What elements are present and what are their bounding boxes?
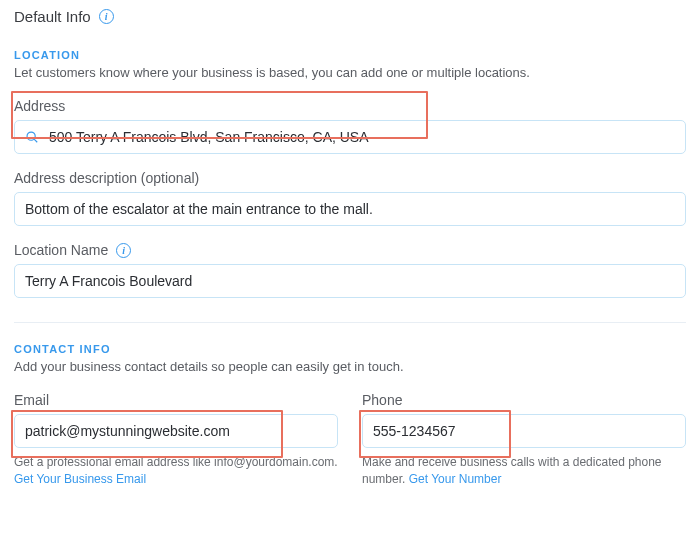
address-input[interactable] <box>49 129 675 145</box>
email-input[interactable] <box>25 423 327 439</box>
email-help-pre: Get a professional email address like in… <box>14 455 338 469</box>
contact-heading: CONTACT INFO <box>14 343 686 355</box>
phone-help-pre: Make and receive business calls with a d… <box>362 455 662 486</box>
info-icon[interactable]: i <box>116 243 131 258</box>
contact-subtext: Add your business contact details so peo… <box>14 359 686 374</box>
default-info-label: Default Info <box>14 8 91 25</box>
info-icon[interactable]: i <box>99 9 114 24</box>
svg-point-0 <box>27 132 35 140</box>
location-name-field: Location Name i <box>14 242 686 298</box>
default-info-header: Default Info i <box>14 8 686 25</box>
address-description-input[interactable] <box>25 201 675 217</box>
email-input-wrap[interactable] <box>14 414 338 448</box>
location-section: LOCATION Let customers know where your b… <box>14 49 686 298</box>
phone-input-wrap[interactable] <box>362 414 686 448</box>
email-field: Email Get a professional email address l… <box>14 392 338 488</box>
svg-line-1 <box>34 139 37 142</box>
phone-help-text: Make and receive business calls with a d… <box>362 454 686 488</box>
phone-field: Phone Make and receive business calls wi… <box>362 392 686 488</box>
location-name-label-text: Location Name <box>14 242 108 258</box>
location-name-input-wrap[interactable] <box>14 264 686 298</box>
phone-label: Phone <box>362 392 686 408</box>
phone-input[interactable] <box>373 423 675 439</box>
address-description-field: Address description (optional) <box>14 170 686 226</box>
address-description-input-wrap[interactable] <box>14 192 686 226</box>
section-divider <box>14 322 686 323</box>
address-label: Address <box>14 98 686 114</box>
address-description-label: Address description (optional) <box>14 170 686 186</box>
email-help-text: Get a professional email address like in… <box>14 454 338 488</box>
get-business-email-link[interactable]: Get Your Business Email <box>14 472 146 486</box>
search-icon <box>25 130 39 144</box>
get-number-link[interactable]: Get Your Number <box>409 472 502 486</box>
contact-section: CONTACT INFO Add your business contact d… <box>14 343 686 488</box>
address-input-wrap[interactable] <box>14 120 686 154</box>
location-name-input[interactable] <box>25 273 675 289</box>
email-label: Email <box>14 392 338 408</box>
location-name-label: Location Name i <box>14 242 686 258</box>
address-field: Address <box>14 98 686 154</box>
location-subtext: Let customers know where your business i… <box>14 65 686 80</box>
location-heading: LOCATION <box>14 49 686 61</box>
